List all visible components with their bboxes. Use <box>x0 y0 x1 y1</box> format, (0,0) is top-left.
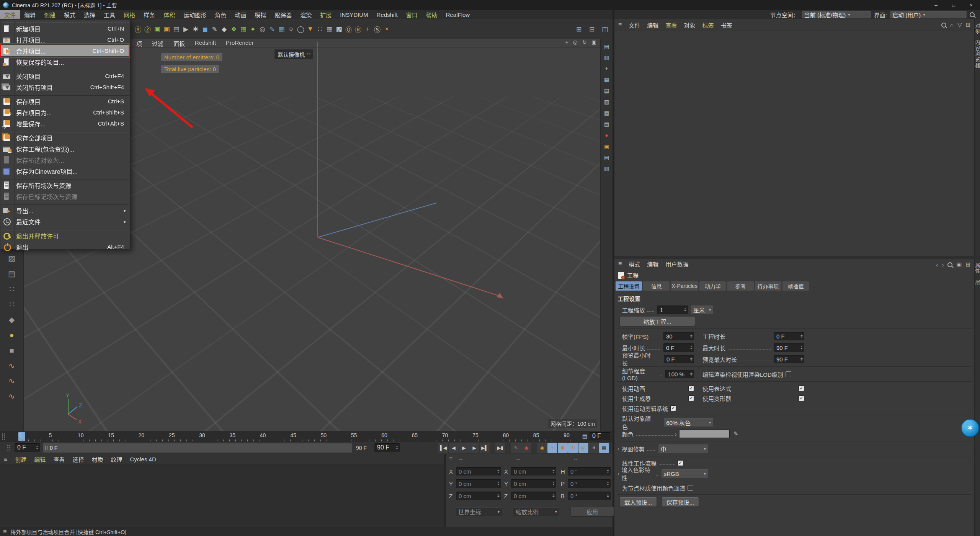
coord-field[interactable]: 0 ° <box>568 479 611 488</box>
panel-divider[interactable] <box>614 256 980 259</box>
attribute-menu-item[interactable]: 用户数据 <box>665 260 688 268</box>
file-menu-item[interactable]: 打开项目... Ctrl+O ▸ <box>0 34 130 45</box>
material-menu-item[interactable]: 选择 <box>72 455 84 463</box>
attribute-tab[interactable]: 参考 <box>727 281 753 291</box>
main-menu-item[interactable]: 编辑 <box>20 10 40 19</box>
toolbar-icon[interactable]: ▼ <box>305 21 315 38</box>
object-manager-menu-item[interactable]: 标签 <box>702 21 714 29</box>
expander-icon[interactable]: › <box>617 446 619 452</box>
palette-tool-icon[interactable]: ◆ <box>4 312 20 327</box>
attribute-tab[interactable]: X-Particles <box>671 281 698 291</box>
toolbar-icon[interactable]: ♠ <box>248 21 258 38</box>
side-strip-icon[interactable]: ▤ <box>602 118 612 129</box>
goto-end-button[interactable]: ▶▌ <box>480 443 490 453</box>
side-strip-icon[interactable]: ▤ <box>602 152 612 163</box>
duration-field[interactable]: 0 F <box>774 332 804 340</box>
toolbar-icon[interactable]: ▶ <box>181 21 191 38</box>
scale-mode-select[interactable]: 缩放比例▾ <box>513 507 559 516</box>
view-toggle-icon[interactable]: ▣ <box>591 39 596 45</box>
file-menu-item[interactable]: 退出 Alt+F4 ▸ <box>0 241 130 252</box>
main-menu-item[interactable]: 帮助 <box>422 10 442 19</box>
object-manager-menu-item[interactable]: 对象 <box>684 21 695 29</box>
max-time-field[interactable]: 90 F <box>774 343 804 352</box>
unit-select[interactable]: 厘米▾ <box>691 306 713 314</box>
main-menu-item[interactable]: 选择 <box>80 10 100 19</box>
palette-tool-icon[interactable]: ∿ <box>4 389 20 404</box>
viewport-menu-item[interactable]: 过滤 <box>152 39 163 47</box>
palette-tool-icon[interactable]: ∷ <box>4 281 20 297</box>
expander-icon[interactable]: › <box>617 471 619 477</box>
history-forward-icon[interactable]: › <box>942 261 944 268</box>
palette-tool-icon[interactable]: ∿ <box>4 373 20 389</box>
main-menu-item[interactable]: INSYDIUM <box>336 10 372 19</box>
lod-field[interactable]: 100 % <box>665 370 694 378</box>
toolbar-icon[interactable]: ▦ <box>325 21 334 38</box>
side-strip-icon[interactable]: + <box>602 63 612 74</box>
coord-field[interactable]: 0 cm <box>511 492 556 500</box>
use-animation-checkbox[interactable] <box>688 386 694 391</box>
menu-tearoff[interactable] <box>2 20 129 23</box>
file-menu-item[interactable]: 保存所选对象为... ▸ <box>0 154 130 165</box>
side-strip-icon[interactable]: ▤ <box>602 41 612 52</box>
toolbar-icon[interactable]: + <box>363 21 372 38</box>
color-swatch[interactable] <box>679 430 730 438</box>
coord-field[interactable]: 0 cm <box>511 467 556 476</box>
object-manager-menu-item[interactable]: 文件 <box>629 21 640 29</box>
palette-tool-icon[interactable]: ∿ <box>4 358 20 373</box>
side-strip-icon[interactable]: ▥ <box>602 163 612 174</box>
file-menu-item[interactable]: 保存为Cineware项目... ▸ <box>0 165 130 176</box>
interface-select[interactable]: 启动 (用户)▾ <box>890 11 967 18</box>
coord-field[interactable]: 0 cm <box>456 479 501 488</box>
main-menu-item[interactable]: 文件 <box>0 10 20 19</box>
drag-handle-icon[interactable] <box>2 433 5 440</box>
filmstrip-icon[interactable]: ▤ <box>582 433 587 439</box>
side-tab[interactable]: 属性 <box>974 263 980 274</box>
file-menu-item[interactable]: 保存所有场次与资源 ▸ <box>0 180 130 191</box>
attribute-tab[interactable]: 帧插值 <box>782 281 809 291</box>
view-clipping-select[interactable]: 中▾ <box>658 444 708 453</box>
main-menu-item[interactable]: 跟踪器 <box>270 10 296 19</box>
autokey-pencil-button[interactable]: ✎ <box>511 443 521 453</box>
coord-field[interactable]: 0 cm <box>511 479 556 488</box>
material-manager-area[interactable] <box>0 465 444 527</box>
main-menu-item[interactable]: 扩展 <box>316 10 336 19</box>
main-menu-item[interactable]: 网格 <box>119 10 139 19</box>
load-preset-button[interactable]: 载入预设... <box>620 497 657 507</box>
toolbar-icon[interactable]: ∷ <box>315 21 325 38</box>
file-menu-item[interactable]: 最近文件 ▸ <box>0 216 130 227</box>
hamburger-icon[interactable]: ≡ <box>449 456 452 462</box>
play-to-end-button[interactable]: ▶▮ <box>495 443 505 453</box>
main-menu-item[interactable]: 样条 <box>139 10 159 19</box>
toolbar-icon[interactable]: ◯ <box>296 21 305 38</box>
file-menu-item[interactable]: 保存工程(包含资源)... ▸ <box>0 143 130 154</box>
side-strip-icon[interactable]: ▥ <box>602 52 612 63</box>
hamburger-icon[interactable]: ≡ <box>618 260 622 267</box>
spinner-icon[interactable] <box>684 308 687 311</box>
plugin-badge-icon[interactable]: ✶ <box>961 419 979 437</box>
lod-checkbox[interactable] <box>786 371 791 377</box>
scale-project-button[interactable]: 缩放工程... <box>620 317 695 326</box>
play-button[interactable]: ▶ <box>459 443 469 453</box>
toolbar-icon[interactable]: ▤ <box>172 21 181 38</box>
min-time-field[interactable]: 0 F <box>663 343 694 352</box>
toolbar-icon[interactable]: ○ <box>286 21 296 38</box>
toolbar-icon[interactable]: Ⓩ <box>143 21 152 38</box>
toolbar-icon[interactable]: ▣ <box>162 21 172 38</box>
key-parameter-toggle[interactable]: Ⓟ <box>578 443 588 453</box>
toolbar-icon[interactable]: ✎ <box>210 21 219 38</box>
default-color-select[interactable]: 60% 灰色▾ <box>664 418 713 427</box>
side-tab[interactable]: 对象 <box>974 23 980 34</box>
toolbar-icon[interactable]: Ⓡ <box>353 21 363 38</box>
file-menu-item[interactable]: 增量保存... Ctrl+Alt+S ▸ <box>0 118 130 129</box>
coord-system-select[interactable]: 世界坐标▾ <box>456 507 502 516</box>
material-menu-item[interactable]: 纹理 <box>111 455 122 463</box>
coord-field[interactable]: 0 cm <box>456 492 501 500</box>
file-menu-item[interactable]: 导出... ▸ <box>0 205 130 216</box>
view-pan-icon[interactable]: + <box>565 39 568 45</box>
fps-field[interactable]: 30 <box>663 332 694 340</box>
goto-start-button[interactable]: ▌◀ <box>438 443 448 453</box>
expand-arrow-icon[interactable]: › <box>675 431 677 437</box>
apply-button[interactable]: 应用 <box>571 507 614 516</box>
file-menu-item[interactable]: 关闭所有项目 Ctrl+Shift+F4 ▸ <box>0 82 130 93</box>
toolbar-icon[interactable]: ✎ <box>267 21 277 38</box>
